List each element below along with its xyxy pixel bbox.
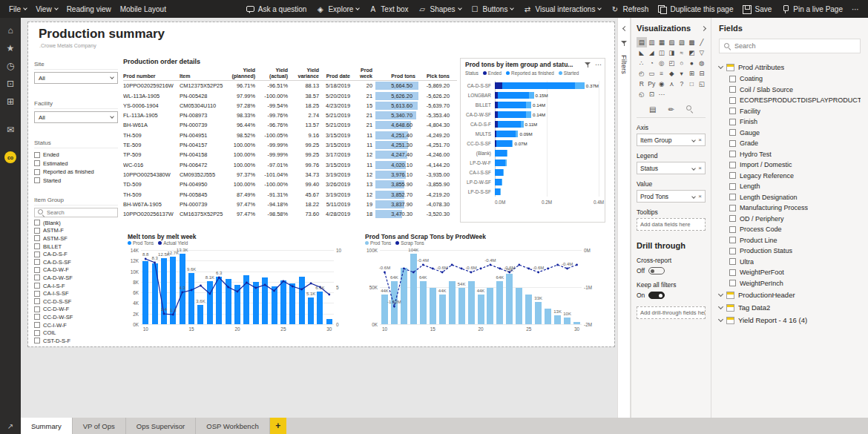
bar-segment-reported-as-finished[interactable]: [496, 140, 512, 147]
visual-type-map[interactable]: ○: [677, 58, 687, 68]
bar-segment-reported-as-finished[interactable]: [495, 169, 503, 176]
item-group-option[interactable]: CA-I-S-SF: [34, 289, 118, 297]
site-dropdown[interactable]: All: [34, 72, 118, 84]
toolbar-duplicate-this-page-button[interactable]: Duplicate this page: [653, 0, 737, 18]
checkbox[interactable]: [729, 205, 736, 211]
checkbox[interactable]: [729, 140, 736, 147]
field-item[interactable]: Manufacturing Process: [719, 203, 861, 214]
field-item[interactable]: Gauge: [719, 128, 861, 139]
value-field-pill[interactable]: Prod Tons ×: [637, 190, 706, 203]
table-row[interactable]: TD-509PN-004950100.00%-100.00%99.403/26/…: [123, 180, 457, 189]
visual-type-decomposition-tree[interactable]: ⋏: [667, 79, 677, 89]
visual-type-table[interactable]: ⊞: [687, 68, 697, 79]
report-canvas[interactable]: Production summary .Crowe Metals Company…: [21, 18, 617, 418]
favorites-icon[interactable]: ★: [3, 43, 18, 53]
bar-segment-started[interactable]: [500, 188, 501, 195]
field-item[interactable]: Grade: [719, 138, 861, 149]
diagonal-arrow-icon[interactable]: ↗: [0, 418, 21, 434]
field-item[interactable]: WeightPerInch: [719, 278, 861, 289]
field-item[interactable]: Length Designation: [719, 192, 861, 203]
chevron-down-icon[interactable]: [718, 63, 723, 68]
field-item[interactable]: Facility: [719, 106, 861, 117]
bar-row[interactable]: [495, 168, 599, 177]
visual-type-scatter-chart[interactable]: ∴: [637, 58, 647, 68]
filters-pane-collapsed[interactable]: Filters: [617, 18, 631, 418]
bar-segment-reported-as-finished[interactable]: [495, 150, 507, 157]
toolbar-refresh-button[interactable]: Refresh: [605, 0, 653, 18]
page-tab-summary[interactable]: Summary: [21, 418, 73, 434]
visual-type-matrix[interactable]: ⊟: [697, 68, 707, 79]
facility-dropdown[interactable]: All: [34, 111, 118, 123]
field-item[interactable]: Product Line: [719, 235, 861, 246]
bar-segment-started[interactable]: [507, 150, 508, 157]
column-header[interactable]: Prod date: [322, 73, 353, 79]
cross-report-toggle[interactable]: [648, 267, 665, 274]
checkbox[interactable]: [34, 152, 40, 158]
visual-type-key-influencers[interactable]: ◉: [657, 79, 667, 89]
site-slicer[interactable]: Site All: [34, 59, 118, 84]
visual-type-stacked-bar-chart[interactable]: ▤: [637, 37, 647, 47]
user-avatar[interactable]: co: [4, 151, 16, 163]
bar-segment-reported-as-finished[interactable]: [495, 179, 502, 185]
new-page-button[interactable]: +: [270, 418, 286, 434]
visual-type-slicer[interactable]: ▾: [677, 68, 687, 79]
slicer-search[interactable]: [34, 208, 118, 217]
bar-segment-started[interactable]: [502, 179, 502, 185]
mail-icon[interactable]: ✉: [3, 125, 18, 135]
checkbox[interactable]: [34, 169, 40, 175]
home-icon[interactable]: ⌂: [3, 25, 18, 36]
collapse-pane-icon[interactable]: [701, 25, 706, 30]
checkbox[interactable]: [729, 280, 736, 286]
checkbox[interactable]: [34, 160, 40, 166]
chevron-down-icon[interactable]: [718, 303, 723, 309]
checkbox[interactable]: [34, 243, 40, 249]
item-group-option[interactable]: CA-D-S-F: [34, 250, 118, 258]
bar-row[interactable]: 0.14M: [495, 110, 599, 119]
table-row[interactable]: TE-509PN-004157100.00%-99.99%99.253/15/2…: [123, 140, 457, 150]
visual-type-arcgis-map[interactable]: ◵: [637, 89, 647, 99]
checkbox[interactable]: [34, 322, 40, 328]
legend-item[interactable]: Started: [559, 70, 579, 76]
bar-row[interactable]: [495, 148, 599, 158]
checkbox[interactable]: [729, 86, 736, 93]
fields-search-input[interactable]: [734, 42, 855, 50]
table-row[interactable]: 10PPO020256137WCM16375X52P2597.47%-98.58…: [123, 209, 457, 219]
bar-segment-reported-as-finished[interactable]: [496, 131, 516, 137]
column-header[interactable]: Item: [180, 73, 224, 79]
chevron-down-icon[interactable]: [691, 194, 696, 199]
bar-segment-started[interactable]: [503, 169, 504, 176]
filter-icon[interactable]: [585, 62, 591, 68]
checkbox[interactable]: [34, 306, 40, 312]
expand-pane-icon[interactable]: [622, 26, 628, 31]
visual-type-donut-chart[interactable]: ◎: [657, 58, 667, 68]
column-header[interactable]: Prod number: [123, 73, 180, 79]
visual-type-line-and-clustered-column-chart[interactable]: ◨: [667, 47, 677, 58]
field-item[interactable]: Finish: [719, 116, 861, 128]
bar-segment-started[interactable]: [529, 92, 534, 99]
checkbox[interactable]: [729, 97, 736, 104]
item-group-option[interactable]: (Blank): [34, 219, 118, 227]
bar-row[interactable]: 0.15M: [495, 91, 599, 100]
bar-row[interactable]: [495, 187, 599, 197]
table-row[interactable]: TH-509PN-00584587.49%-91.31%45.673/19/20…: [123, 189, 457, 199]
item-group-option[interactable]: CC-D-W-F: [34, 306, 118, 314]
table-row[interactable]: YS-0006-1904CM05304U11097.28%-99.54%18.2…: [123, 101, 457, 111]
status-option[interactable]: Ended: [34, 151, 118, 160]
legend-item[interactable]: Actual Yield: [158, 240, 188, 246]
checkbox[interactable]: [729, 269, 736, 276]
recent-icon[interactable]: ◷: [3, 61, 18, 71]
bar-row[interactable]: [495, 158, 599, 168]
report-icon[interactable]: ⊡: [3, 79, 18, 89]
visual-type-smart-narrative[interactable]: □: [687, 79, 697, 89]
checkbox[interactable]: [729, 172, 736, 179]
field-item[interactable]: Coil / Slab Source: [719, 85, 861, 96]
menu-mobile-layout[interactable]: Mobile Layout: [116, 0, 171, 18]
visual-type-python-visual[interactable]: Py: [647, 79, 657, 89]
analytics-pane-icon[interactable]: [686, 105, 693, 112]
toolbar-pin-a-live-page-button[interactable]: Pin a live Page: [776, 0, 847, 18]
visual-type-area-chart[interactable]: ◣: [637, 47, 647, 58]
visual-type-ribbon-chart[interactable]: ≈: [677, 47, 687, 58]
remove-field-icon[interactable]: ×: [698, 137, 702, 143]
checkbox[interactable]: [34, 220, 40, 226]
checkbox[interactable]: [34, 259, 40, 265]
